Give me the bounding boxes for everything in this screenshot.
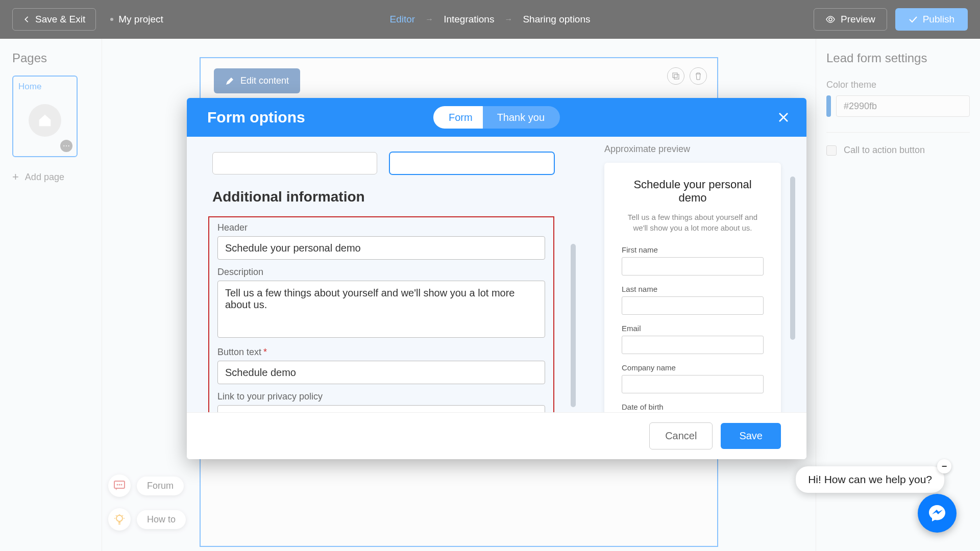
publish-label: Publish (923, 14, 954, 25)
eye-icon (825, 16, 836, 23)
preview-button[interactable]: Preview (814, 8, 887, 31)
privacy-field-label: Link to your privacy policy (217, 391, 545, 402)
arrow-icon: → (504, 15, 512, 24)
svg-point-3 (117, 484, 118, 486)
settings-panel-title: Lead form settings (826, 51, 970, 65)
preview-last-name-input[interactable] (622, 296, 764, 315)
preview-dob-label: Date of birth (622, 403, 764, 411)
preview-first-name-label: First name (622, 245, 764, 254)
cta-checkbox[interactable] (826, 145, 837, 156)
unsaved-dot-icon (110, 18, 113, 21)
page-thumb-label: Home (18, 82, 71, 92)
svg-point-5 (121, 484, 122, 486)
lightbulb-icon (108, 508, 131, 531)
header-field-label: Header (217, 222, 545, 233)
project-name: My project (110, 14, 163, 25)
color-theme-label: Color theme (826, 80, 970, 90)
preview-description: Tell us a few things about yourself and … (622, 212, 764, 233)
howto-label: How to (137, 510, 186, 529)
preview-email-input[interactable] (622, 336, 764, 354)
body-scrollbar-track (790, 144, 795, 405)
page-options-icon[interactable]: ⋯ (60, 140, 72, 152)
color-swatch[interactable] (826, 95, 831, 117)
preview-last-name-label: Last name (622, 285, 764, 293)
center-nav: Editor → Integrations → Sharing options (390, 14, 591, 25)
duplicate-icon[interactable] (667, 67, 684, 85)
left-scrollbar-track (571, 144, 576, 405)
close-icon (778, 112, 789, 123)
preview-field-last-name: Last name (622, 285, 764, 315)
button-text-input[interactable] (217, 361, 545, 384)
home-icon (29, 104, 61, 137)
project-name-text: My project (118, 14, 163, 25)
preview-field-dob: Date of birth (622, 403, 764, 412)
pencil-icon (225, 77, 234, 86)
modal-tabs: Form Thank you (433, 106, 560, 129)
page-thumbnail-home[interactable]: Home ⋯ (12, 76, 78, 157)
modal-footer: Cancel Save (187, 412, 806, 459)
header-input[interactable] (217, 236, 545, 260)
privacy-link-input[interactable] (217, 405, 545, 412)
helper-forum[interactable]: Forum (108, 474, 186, 497)
forum-label: Forum (137, 477, 184, 495)
field-type-input[interactable] (212, 152, 377, 174)
preview-card: Schedule your personal demo Tell us a fe… (604, 163, 781, 412)
description-input[interactable] (217, 281, 545, 338)
block-action-icons (667, 67, 707, 85)
preview-field-company: Company name (622, 363, 764, 393)
preview-company-label: Company name (622, 363, 764, 372)
top-right-actions: Preview Publish (814, 8, 968, 31)
modal-body: Additional information Header Descriptio… (187, 137, 806, 412)
modal-header: Form options Form Thank you (187, 98, 806, 137)
preview-first-name-input[interactable] (622, 257, 764, 276)
modal-close-button[interactable] (776, 110, 791, 125)
chevron-left-icon (23, 16, 30, 23)
preview-company-input[interactable] (622, 375, 764, 393)
color-input[interactable] (836, 95, 970, 117)
preview-field-email: Email (622, 324, 764, 354)
svg-point-6 (116, 515, 122, 521)
add-page-button[interactable]: + Add page (12, 170, 89, 184)
check-icon (909, 16, 918, 23)
trash-icon[interactable] (690, 67, 707, 85)
arrow-icon: → (425, 15, 433, 24)
chat-fab[interactable] (918, 494, 957, 533)
svg-point-4 (119, 484, 120, 486)
save-exit-button[interactable]: Save & Exit (12, 8, 96, 31)
pages-title: Pages (12, 51, 89, 65)
edit-content-button[interactable]: Edit content (214, 68, 300, 93)
svg-rect-1 (674, 74, 679, 79)
helper-buttons: Forum How to (108, 474, 186, 531)
save-button[interactable]: Save (721, 423, 781, 449)
cancel-button[interactable]: Cancel (649, 422, 713, 449)
plus-icon: + (12, 170, 19, 184)
svg-rect-0 (673, 73, 677, 78)
forum-icon (108, 474, 131, 497)
cta-label: Call to action button (844, 145, 925, 156)
nav-editor[interactable]: Editor (390, 14, 415, 25)
description-field-label: Description (217, 267, 545, 278)
body-scrollbar-thumb[interactable] (790, 177, 795, 340)
publish-button[interactable]: Publish (895, 8, 968, 31)
tab-thank-you[interactable]: Thank you (483, 106, 560, 129)
form-settings-column: Additional information Header Descriptio… (187, 137, 580, 412)
field-type-input-active[interactable] (389, 152, 554, 174)
nav-integrations[interactable]: Integrations (444, 14, 494, 25)
section-title: Additional information (212, 189, 554, 205)
chat-greeting-bubble[interactable]: Hi! How can we help you? (796, 466, 944, 493)
preview-field-first-name: First name (622, 245, 764, 276)
helper-howto[interactable]: How to (108, 508, 186, 531)
cta-toggle-row[interactable]: Call to action button (826, 132, 970, 156)
add-page-label: Add page (25, 172, 64, 183)
preview-email-label: Email (622, 324, 764, 333)
chat-close-button[interactable]: − (937, 459, 951, 473)
nav-sharing[interactable]: Sharing options (523, 14, 590, 25)
preview-title: Schedule your personal demo (622, 178, 764, 205)
preview-column: Approximate preview Schedule your person… (580, 137, 806, 412)
color-theme-row (826, 95, 970, 117)
form-options-modal: Form options Form Thank you Additional i… (187, 98, 806, 459)
button-text-field-label: Button text* (217, 347, 545, 358)
left-scrollbar-thumb[interactable] (571, 244, 576, 407)
left-sidebar: Pages Home ⋯ + Add page (0, 39, 102, 551)
edit-content-label: Edit content (240, 76, 289, 86)
